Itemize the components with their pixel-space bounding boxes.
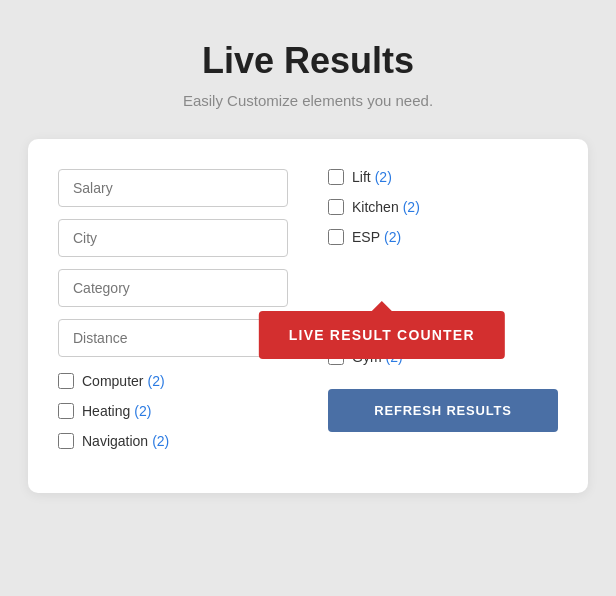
checkbox-computer-count: (2) bbox=[147, 373, 164, 389]
distance-input[interactable] bbox=[58, 319, 288, 357]
page-title: Live Results bbox=[202, 40, 414, 82]
checkbox-lift-count: (2) bbox=[375, 169, 392, 185]
salary-input[interactable] bbox=[58, 169, 288, 207]
main-card: Computer (2) Heating (2) Navigation (2) bbox=[28, 139, 588, 493]
checkbox-computer-label: Computer bbox=[82, 373, 143, 389]
checkbox-lift-label: Lift bbox=[352, 169, 371, 185]
checkbox-kitchen-count: (2) bbox=[403, 199, 420, 215]
checkbox-kitchen-label: Kitchen bbox=[352, 199, 399, 215]
city-input[interactable] bbox=[58, 219, 288, 257]
checkbox-esp-count: (2) bbox=[384, 229, 401, 245]
checkbox-heating-count: (2) bbox=[134, 403, 151, 419]
checkbox-heating-label: Heating bbox=[82, 403, 130, 419]
live-counter-wrapper: LIVE RESULT COUNTER bbox=[259, 311, 505, 359]
checkbox-computer-input[interactable] bbox=[58, 373, 74, 389]
checkbox-kitchen[interactable]: Kitchen (2) bbox=[328, 199, 558, 215]
checkbox-heating[interactable]: Heating (2) bbox=[58, 403, 288, 419]
tooltip-spacer bbox=[328, 259, 558, 319]
right-top-checkboxes: Lift (2) Kitchen (2) ESP (2) bbox=[328, 169, 558, 259]
checkbox-esp-label: ESP bbox=[352, 229, 380, 245]
category-input[interactable] bbox=[58, 269, 288, 307]
checkbox-navigation-input[interactable] bbox=[58, 433, 74, 449]
checkbox-lift[interactable]: Lift (2) bbox=[328, 169, 558, 185]
checkbox-heating-input[interactable] bbox=[58, 403, 74, 419]
left-checkbox-list: Computer (2) Heating (2) Navigation (2) bbox=[58, 373, 288, 449]
checkbox-navigation-count: (2) bbox=[152, 433, 169, 449]
checkbox-navigation[interactable]: Navigation (2) bbox=[58, 433, 288, 449]
live-counter-tooltip[interactable]: LIVE RESULT COUNTER bbox=[259, 311, 505, 359]
checkbox-computer[interactable]: Computer (2) bbox=[58, 373, 288, 389]
checkbox-esp-input[interactable] bbox=[328, 229, 344, 245]
checkbox-esp[interactable]: ESP (2) bbox=[328, 229, 558, 245]
checkbox-kitchen-input[interactable] bbox=[328, 199, 344, 215]
checkbox-lift-input[interactable] bbox=[328, 169, 344, 185]
checkbox-navigation-label: Navigation bbox=[82, 433, 148, 449]
page-subtitle: Easily Customize elements you need. bbox=[183, 92, 433, 109]
refresh-results-button[interactable]: REFRESH RESULTS bbox=[328, 389, 558, 432]
